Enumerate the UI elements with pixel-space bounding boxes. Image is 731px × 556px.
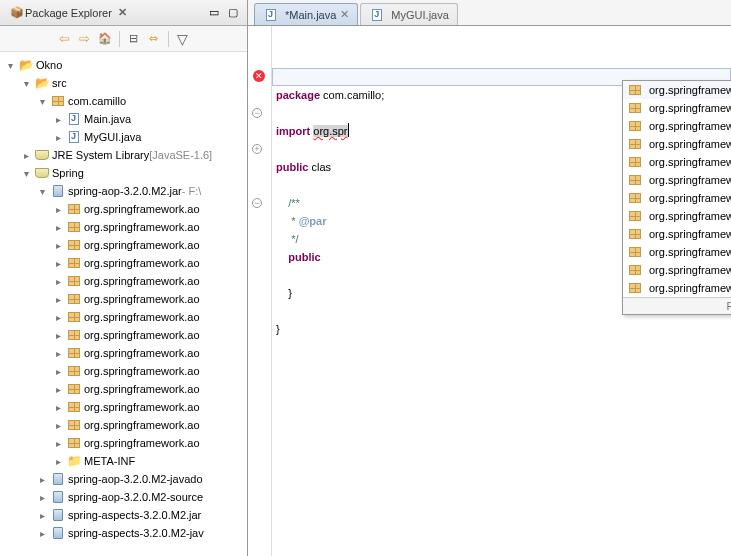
tree-package[interactable]: ▸org.springframework.ao xyxy=(0,398,247,416)
package-icon xyxy=(66,255,82,271)
package-icon xyxy=(66,435,82,451)
tree-spring[interactable]: ▾Spring xyxy=(0,164,247,182)
tree-package[interactable]: ▸org.springframework.ao xyxy=(0,272,247,290)
package-icon xyxy=(50,93,66,109)
tree-package[interactable]: ▸org.springframework.ao xyxy=(0,236,247,254)
tree-jar[interactable]: ▸spring-aop-3.2.0.M2-javado xyxy=(0,470,247,488)
package-explorer-toolbar: 🏠 xyxy=(0,26,247,52)
library-icon xyxy=(34,165,50,181)
folder-icon xyxy=(66,453,82,469)
package-icon xyxy=(66,399,82,415)
package-icon xyxy=(66,363,82,379)
collapse-icon[interactable]: − xyxy=(252,108,262,118)
java-file-icon xyxy=(66,129,82,145)
maximize-icon[interactable]: ▢ xyxy=(225,5,241,21)
package-icon xyxy=(66,273,82,289)
error-icon[interactable]: ✕ xyxy=(253,70,265,82)
java-file-icon xyxy=(66,111,82,127)
package-icon xyxy=(66,237,82,253)
tree-package[interactable]: ▸org.springframework.ao xyxy=(0,434,247,452)
tree-metainf[interactable]: ▸META-INF xyxy=(0,452,247,470)
tree-project[interactable]: ▾Okno xyxy=(0,56,247,74)
package-explorer-header: 📦 Package Explorer ✕ ▭ ▢ xyxy=(0,0,247,26)
project-explorer-icon: 📦 xyxy=(9,5,25,21)
code-editor[interactable]: ✕ − + − package com.camillo; import org.… xyxy=(248,26,731,556)
editor-area: *Main.java✕ MyGUI.java ✕ − + − package c… xyxy=(248,0,731,556)
tab-main[interactable]: *Main.java✕ xyxy=(254,3,358,25)
package-icon xyxy=(66,345,82,361)
source-folder-icon xyxy=(34,75,50,91)
jar-icon xyxy=(50,489,66,505)
jar-icon xyxy=(50,471,66,487)
code-content[interactable]: package com.camillo; import org.spr publ… xyxy=(272,26,731,556)
package-icon xyxy=(66,309,82,325)
package-icon xyxy=(66,291,82,307)
tree-src-folder[interactable]: ▾src xyxy=(0,74,247,92)
package-explorer-view: 📦 Package Explorer ✕ ▭ ▢ 🏠 ▾Okno ▾src ▾c… xyxy=(0,0,248,556)
tree-jar[interactable]: ▸spring-aspects-3.2.0.M2.jar xyxy=(0,506,247,524)
project-icon xyxy=(18,57,34,73)
forward-icon[interactable] xyxy=(77,31,93,47)
close-icon[interactable]: ✕ xyxy=(118,6,127,19)
tree-package[interactable]: ▸org.springframework.ao xyxy=(0,326,247,344)
tree-file-main[interactable]: ▸Main.java xyxy=(0,110,247,128)
tree-package[interactable]: ▸org.springframework.ao xyxy=(0,200,247,218)
tree-package[interactable]: ▸org.springframework.ao xyxy=(0,308,247,326)
java-file-icon xyxy=(263,7,279,23)
java-file-icon xyxy=(369,7,385,23)
editor-gutter: ✕ − + − xyxy=(248,26,272,556)
tree-package[interactable]: ▸org.springframework.ao xyxy=(0,254,247,272)
package-icon xyxy=(66,219,82,235)
package-icon xyxy=(66,417,82,433)
tree-file-mygui[interactable]: ▸MyGUI.java xyxy=(0,128,247,146)
tree-jre[interactable]: ▸JRE System Library [JavaSE-1.6] xyxy=(0,146,247,164)
tab-label: *Main.java xyxy=(285,9,336,21)
package-icon xyxy=(66,381,82,397)
jar-icon xyxy=(50,183,66,199)
collapse-icon[interactable]: + xyxy=(252,144,262,154)
tree-jar[interactable]: ▸spring-aop-3.2.0.M2-source xyxy=(0,488,247,506)
tree-package[interactable]: ▸org.springframework.ao xyxy=(0,344,247,362)
library-icon xyxy=(34,147,50,163)
package-icon xyxy=(66,327,82,343)
tree-package[interactable]: ▸org.springframework.ao xyxy=(0,362,247,380)
link-editor-icon[interactable] xyxy=(146,31,162,47)
tab-label: MyGUI.java xyxy=(391,9,448,21)
back-icon[interactable] xyxy=(57,31,73,47)
view-menu-icon[interactable] xyxy=(175,31,191,47)
tree-package[interactable]: ▸org.springframework.ao xyxy=(0,290,247,308)
package-explorer-title: Package Explorer xyxy=(25,7,112,19)
package-icon xyxy=(66,201,82,217)
tree-jar-springaop[interactable]: ▾spring-aop-3.2.0.M2.jar - F:\ xyxy=(0,182,247,200)
close-icon[interactable]: ✕ xyxy=(340,8,349,21)
up-icon[interactable]: 🏠 xyxy=(97,31,113,47)
tree-package[interactable]: ▸org.springframework.ao xyxy=(0,218,247,236)
tab-mygui[interactable]: MyGUI.java xyxy=(360,3,457,25)
tree-jar[interactable]: ▸spring-aspects-3.2.0.M2-jav xyxy=(0,524,247,542)
jar-icon xyxy=(50,525,66,541)
package-explorer-tree: ▾Okno ▾src ▾com.camillo ▸Main.java ▸MyGU… xyxy=(0,52,247,556)
collapse-icon[interactable]: − xyxy=(252,198,262,208)
tree-package[interactable]: ▸org.springframework.ao xyxy=(0,416,247,434)
tree-package[interactable]: ▾com.camillo xyxy=(0,92,247,110)
editor-tabs: *Main.java✕ MyGUI.java xyxy=(248,0,731,26)
jar-icon xyxy=(50,507,66,523)
collapse-all-icon[interactable] xyxy=(126,31,142,47)
tree-package[interactable]: ▸org.springframework.ao xyxy=(0,380,247,398)
minimize-icon[interactable]: ▭ xyxy=(206,5,222,21)
